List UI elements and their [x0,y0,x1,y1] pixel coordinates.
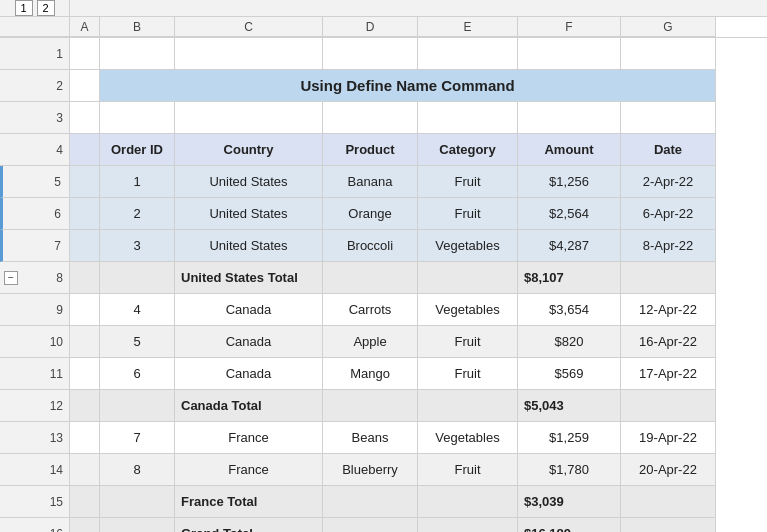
cell-3e[interactable] [418,102,518,134]
cell-10e[interactable]: Fruit [418,326,518,358]
cell-9a[interactable] [70,294,100,326]
cell-7a[interactable] [70,230,100,262]
cell-3a[interactable] [70,102,100,134]
cell-10d[interactable]: Apple [323,326,418,358]
cell-9g[interactable]: 12-Apr-22 [621,294,716,326]
cell-8d[interactable] [323,262,418,294]
group-btn-2[interactable]: 2 [37,0,55,16]
cell-6b[interactable]: 2 [100,198,175,230]
cell-10b[interactable]: 5 [100,326,175,358]
cell-12e[interactable] [418,390,518,422]
collapse-btn[interactable]: − [4,271,18,285]
cell-16a[interactable] [70,518,100,532]
cell-9f[interactable]: $3,654 [518,294,621,326]
cell-14e[interactable]: Fruit [418,454,518,486]
cell-6a[interactable] [70,198,100,230]
cell-5d[interactable]: Banana [323,166,418,198]
cell-3b[interactable] [100,102,175,134]
cell-1c[interactable] [175,38,323,70]
col-header-c[interactable]: C [175,17,323,37]
cell-16d[interactable] [323,518,418,532]
cell-6f[interactable]: $2,564 [518,198,621,230]
cell-3f[interactable] [518,102,621,134]
cell-7b[interactable]: 3 [100,230,175,262]
cell-9b[interactable]: 4 [100,294,175,326]
cell-9c[interactable]: Canada [175,294,323,326]
cell-12d[interactable] [323,390,418,422]
cell-8e[interactable] [418,262,518,294]
cell-7d[interactable]: Broccoli [323,230,418,262]
cell-10f[interactable]: $820 [518,326,621,358]
cell-8b[interactable] [100,262,175,294]
cell-3g[interactable] [621,102,716,134]
cell-5a[interactable] [70,166,100,198]
cell-7e[interactable]: Vegetables [418,230,518,262]
cell-14f[interactable]: $1,780 [518,454,621,486]
cell-15g[interactable] [621,486,716,518]
cell-7f[interactable]: $4,287 [518,230,621,262]
cell-15e[interactable] [418,486,518,518]
cell-2a[interactable] [70,70,100,102]
cell-10a[interactable] [70,326,100,358]
cell-3d[interactable] [323,102,418,134]
cell-13a[interactable] [70,422,100,454]
cell-6c[interactable]: United States [175,198,323,230]
cell-9d[interactable]: Carrots [323,294,418,326]
cell-13e[interactable]: Vegetables [418,422,518,454]
cell-5g[interactable]: 2-Apr-22 [621,166,716,198]
cell-16g[interactable] [621,518,716,532]
cell-6g[interactable]: 6-Apr-22 [621,198,716,230]
cell-13b[interactable]: 7 [100,422,175,454]
cell-14g[interactable]: 20-Apr-22 [621,454,716,486]
cell-11a[interactable] [70,358,100,390]
cell-11c[interactable]: Canada [175,358,323,390]
cell-1f[interactable] [518,38,621,70]
col-header-d[interactable]: D [323,17,418,37]
cell-11g[interactable]: 17-Apr-22 [621,358,716,390]
group-btn-1[interactable]: 1 [15,0,33,16]
cell-11b[interactable]: 6 [100,358,175,390]
cell-15a[interactable] [70,486,100,518]
cell-11e[interactable]: Fruit [418,358,518,390]
cell-1b[interactable] [100,38,175,70]
cell-6d[interactable]: Orange [323,198,418,230]
cell-10c[interactable]: Canada [175,326,323,358]
cell-16b[interactable] [100,518,175,532]
cell-15d[interactable] [323,486,418,518]
cell-12g[interactable] [621,390,716,422]
cell-8g[interactable] [621,262,716,294]
cell-11f[interactable]: $569 [518,358,621,390]
cell-15b[interactable] [100,486,175,518]
cell-1g[interactable] [621,38,716,70]
col-header-f[interactable]: F [518,17,621,37]
cell-8a[interactable] [70,262,100,294]
cell-14a[interactable] [70,454,100,486]
cell-1d[interactable] [323,38,418,70]
cell-16e[interactable] [418,518,518,532]
cell-11d[interactable]: Mango [323,358,418,390]
cell-5c[interactable]: United States [175,166,323,198]
cell-5f[interactable]: $1,256 [518,166,621,198]
cell-10g[interactable]: 16-Apr-22 [621,326,716,358]
cell-5b[interactable]: 1 [100,166,175,198]
cell-4a[interactable] [70,134,100,166]
cell-12a[interactable] [70,390,100,422]
col-header-g[interactable]: G [621,17,716,37]
cell-3c[interactable] [175,102,323,134]
cell-5e[interactable]: Fruit [418,166,518,198]
cell-13c[interactable]: France [175,422,323,454]
cell-13d[interactable]: Beans [323,422,418,454]
col-header-b[interactable]: B [100,17,175,37]
cell-1a[interactable] [70,38,100,70]
cell-1e[interactable] [418,38,518,70]
cell-14b[interactable]: 8 [100,454,175,486]
cell-13g[interactable]: 19-Apr-22 [621,422,716,454]
cell-7c[interactable]: United States [175,230,323,262]
cell-9e[interactable]: Vegetables [418,294,518,326]
cell-6e[interactable]: Fruit [418,198,518,230]
cell-13f[interactable]: $1,259 [518,422,621,454]
col-header-a[interactable]: A [70,17,100,37]
cell-14c[interactable]: France [175,454,323,486]
cell-12b[interactable] [100,390,175,422]
col-header-e[interactable]: E [418,17,518,37]
